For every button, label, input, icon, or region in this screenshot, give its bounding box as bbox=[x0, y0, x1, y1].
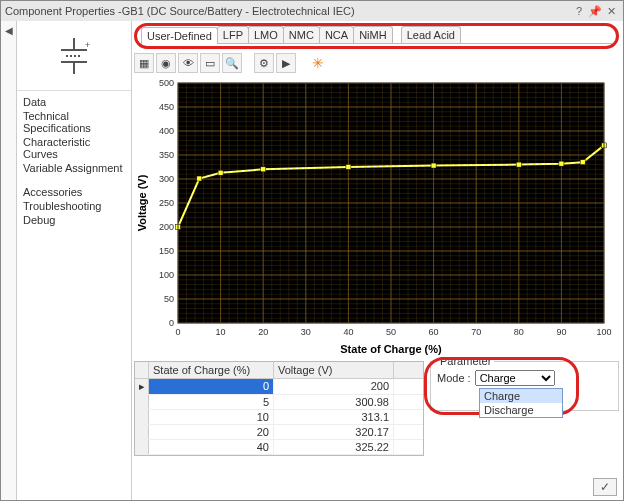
sidebar-item-variable-assignment[interactable]: Variable Assignment bbox=[23, 161, 125, 175]
svg-text:250: 250 bbox=[159, 198, 174, 208]
tab-user-defined[interactable]: User-Defined bbox=[141, 27, 218, 44]
mode-label: Mode : bbox=[437, 372, 471, 384]
data-table: State of Charge (%) Voltage (V) ▸0200530… bbox=[134, 361, 424, 456]
table-header-soc: State of Charge (%) bbox=[149, 362, 274, 378]
parameter-panel: Parameter Mode : Charge Charge Discharge bbox=[430, 361, 619, 456]
table-rowhead bbox=[135, 362, 149, 378]
table-row[interactable]: 10313.1 bbox=[135, 410, 423, 425]
svg-text:60: 60 bbox=[429, 327, 439, 337]
svg-rect-158 bbox=[431, 163, 436, 168]
mode-option-discharge[interactable]: Discharge bbox=[480, 403, 562, 417]
pin-icon[interactable]: 📌 bbox=[587, 5, 603, 18]
sidebar-item-data[interactable]: Data bbox=[23, 95, 125, 109]
svg-rect-155 bbox=[218, 170, 223, 175]
tabs-annotation: User-Defined LFP LMO NMC NCA NiMH Lead A… bbox=[134, 23, 619, 49]
eye-icon[interactable]: 👁 bbox=[178, 53, 198, 73]
voltage-soc-chart: 0102030405060708090100050100150200250300… bbox=[134, 77, 614, 357]
tab-lfp[interactable]: LFP bbox=[217, 26, 249, 43]
window-title: Component Properties -GB1 (DC Source/Bat… bbox=[5, 5, 571, 17]
chemistry-tabs: User-Defined LFP LMO NMC NCA NiMH Lead A… bbox=[141, 26, 612, 44]
sidebar-item-accessories[interactable]: Accessories bbox=[23, 185, 125, 199]
svg-text:70: 70 bbox=[471, 327, 481, 337]
svg-text:0: 0 bbox=[175, 327, 180, 337]
svg-text:100: 100 bbox=[596, 327, 611, 337]
svg-rect-156 bbox=[261, 167, 266, 172]
svg-text:State of Charge (%): State of Charge (%) bbox=[340, 343, 442, 355]
gear-icon[interactable]: ✳ bbox=[308, 53, 328, 73]
settings-icon[interactable]: ⚙ bbox=[254, 53, 274, 73]
svg-text:350: 350 bbox=[159, 150, 174, 160]
zoom-icon[interactable]: 🔍 bbox=[222, 53, 242, 73]
title-bar: Component Properties -GB1 (DC Source/Bat… bbox=[1, 1, 623, 21]
mode-select[interactable]: Charge bbox=[475, 370, 555, 386]
sidebar: + Data Technical Specifications Characte… bbox=[17, 21, 132, 500]
svg-text:200: 200 bbox=[159, 222, 174, 232]
svg-text:300: 300 bbox=[159, 174, 174, 184]
tab-lmo[interactable]: LMO bbox=[248, 26, 284, 43]
svg-text:400: 400 bbox=[159, 126, 174, 136]
rect-icon[interactable]: ▭ bbox=[200, 53, 220, 73]
parameter-legend: Parameter bbox=[437, 355, 494, 367]
sidebar-item-troubleshooting[interactable]: Troubleshooting bbox=[23, 199, 125, 213]
component-symbol-icon: + bbox=[17, 21, 131, 91]
table-row[interactable]: ▸0200 bbox=[135, 379, 423, 395]
table-row[interactable]: 5300.98 bbox=[135, 395, 423, 410]
svg-text:40: 40 bbox=[343, 327, 353, 337]
svg-rect-160 bbox=[559, 161, 564, 166]
svg-rect-157 bbox=[346, 164, 351, 169]
svg-text:150: 150 bbox=[159, 246, 174, 256]
svg-text:100: 100 bbox=[159, 270, 174, 280]
mode-option-charge[interactable]: Charge bbox=[480, 389, 562, 403]
main-panel: User-Defined LFP LMO NMC NCA NiMH Lead A… bbox=[132, 21, 623, 500]
svg-text:80: 80 bbox=[514, 327, 524, 337]
palette-icon[interactable]: ▦ bbox=[134, 53, 154, 73]
svg-text:50: 50 bbox=[164, 294, 174, 304]
table-row[interactable]: 40325.22 bbox=[135, 440, 423, 455]
sidebar-item-tech-specs[interactable]: Technical Specifications bbox=[23, 109, 125, 135]
chevron-left-icon: ◀ bbox=[5, 25, 13, 36]
sidebar-item-characteristic-curves[interactable]: Characteristic Curves bbox=[23, 135, 125, 161]
ok-button[interactable]: ✓ bbox=[593, 478, 617, 496]
svg-text:450: 450 bbox=[159, 102, 174, 112]
collapse-sidebar[interactable]: ◀ bbox=[1, 21, 17, 500]
svg-text:Voltage (V): Voltage (V) bbox=[136, 174, 148, 231]
svg-text:90: 90 bbox=[556, 327, 566, 337]
help-icon[interactable]: ? bbox=[571, 5, 587, 17]
chart-toolbar: ▦ ◉ 👁 ▭ 🔍 ⚙ ▶ ✳ bbox=[134, 53, 619, 73]
tab-nca[interactable]: NCA bbox=[319, 26, 354, 43]
svg-text:+: + bbox=[85, 40, 90, 50]
svg-text:30: 30 bbox=[301, 327, 311, 337]
svg-text:500: 500 bbox=[159, 78, 174, 88]
svg-text:20: 20 bbox=[258, 327, 268, 337]
mode-dropdown-list: Charge Discharge bbox=[479, 388, 563, 418]
svg-text:10: 10 bbox=[216, 327, 226, 337]
play-icon[interactable]: ▶ bbox=[276, 53, 296, 73]
table-header-voltage: Voltage (V) bbox=[274, 362, 394, 378]
svg-rect-154 bbox=[197, 176, 202, 181]
svg-rect-161 bbox=[580, 160, 585, 165]
sidebar-item-debug[interactable]: Debug bbox=[23, 213, 125, 227]
tab-nmc[interactable]: NMC bbox=[283, 26, 320, 43]
close-icon[interactable]: ✕ bbox=[603, 5, 619, 18]
svg-text:0: 0 bbox=[169, 318, 174, 328]
svg-text:50: 50 bbox=[386, 327, 396, 337]
svg-rect-159 bbox=[516, 162, 521, 167]
tab-lead-acid[interactable]: Lead Acid bbox=[401, 26, 461, 43]
target-icon[interactable]: ◉ bbox=[156, 53, 176, 73]
tab-nimh[interactable]: NiMH bbox=[353, 26, 393, 43]
table-row[interactable]: 20320.17 bbox=[135, 425, 423, 440]
